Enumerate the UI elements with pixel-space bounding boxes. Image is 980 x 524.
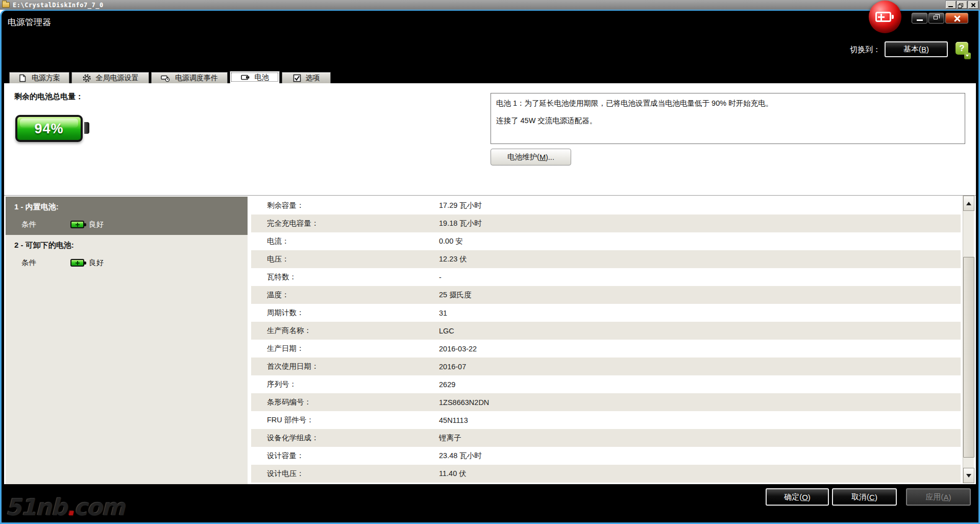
detail-label: 首次使用日期： [251, 362, 439, 371]
battery-good-icon [70, 221, 84, 228]
detail-value: 12.23 伏 [439, 254, 467, 264]
detail-value: 17.29 瓦小时 [439, 201, 482, 210]
explorer-window-title: E:\CrystalDiskInfo7_7_0 [13, 2, 945, 9]
table-row: 生产商名称：LGC [251, 322, 961, 340]
power-plan-icon [18, 74, 27, 82]
detail-label: 周期计数： [251, 308, 439, 318]
help-icon[interactable]: ? [955, 42, 968, 55]
battery-icon [241, 74, 250, 81]
help-dropdown-icon[interactable] [964, 53, 971, 59]
notice-line-1: 电池 1：为了延长电池使用期限，已将电池设置成当电池电量低于 90% 时开始充电… [496, 98, 960, 108]
battery-clock-icon [161, 74, 170, 82]
detail-value: 19.18 瓦小时 [439, 219, 482, 228]
detail-value: 0.00 安 [439, 236, 463, 246]
vertical-scrollbar[interactable] [963, 196, 974, 483]
app-close-button[interactable] [945, 13, 968, 23]
detail-value: 11.40 伏 [439, 469, 467, 479]
battery-details-table: 剩余容量：17.29 瓦小时完全充电容量：19.18 瓦小时电流：0.00 安电… [251, 197, 961, 483]
explorer-restore-button[interactable] [957, 1, 967, 9]
battery-list-panel: 1 - 内置电池: 条件 良好 2 - 可卸下的电池: 条件 良好 [6, 197, 248, 484]
restore-icon [934, 16, 938, 19]
tab-options[interactable]: 选项 [282, 72, 331, 83]
battery-gauge: 94% [15, 115, 83, 142]
condition-label: 条件 [21, 258, 70, 268]
tab-battery[interactable]: 电池 [230, 71, 280, 83]
tab-global-power-settings[interactable]: 全局电源设置 [71, 72, 149, 83]
app-minimize-button[interactable] [912, 13, 927, 23]
switch-to-basic-button[interactable]: 基本(B) [885, 41, 948, 57]
arrow-down-icon [966, 474, 971, 480]
table-row: 完全充电容量：19.18 瓦小时 [251, 215, 961, 232]
screen: E:\CrystalDiskInfo7_7_0 电源管理器 切换到： 基本(B)… [0, 0, 980, 524]
battery-percent: 94% [17, 117, 81, 140]
battery-list-item-1[interactable]: 1 - 内置电池: 条件 良好 [6, 197, 248, 235]
detail-value: 31 [439, 309, 447, 317]
table-row: 电流：0.00 安 [251, 232, 961, 250]
battery-tab-content: 剩余的电池总电量： 94% 电池 1：为了延长电池使用期限，已将电池设置成当电池… [4, 83, 976, 484]
battery-maintenance-button[interactable]: 电池维护(M)... [491, 149, 571, 165]
table-row: 周期计数：31 [251, 304, 961, 322]
detail-label: 温度： [251, 290, 439, 300]
scroll-down-button[interactable] [963, 468, 974, 483]
battery-plus-icon [875, 12, 891, 22]
condition-value: 良好 [89, 220, 104, 229]
ok-button[interactable]: 确定(O) [766, 488, 829, 506]
explorer-close-button[interactable] [968, 1, 978, 9]
minimize-icon [948, 6, 953, 7]
close-icon [969, 2, 978, 8]
detail-label: 设计容量： [251, 451, 439, 461]
table-row: 条形码编号：1ZS8663N2DN [251, 393, 961, 411]
detail-value: 锂离子 [439, 433, 461, 443]
table-row: 温度：25 摄氏度 [251, 286, 961, 304]
total-battery-power-label: 剩余的电池总电量： [14, 92, 83, 102]
detail-value: 25 摄氏度 [439, 290, 472, 300]
explorer-titlebar[interactable]: E:\CrystalDiskInfo7_7_0 [0, 0, 980, 10]
watermark: 51nb.com [6, 494, 124, 521]
detail-label: 序列号： [251, 379, 439, 389]
battery-list-item-2[interactable]: 2 - 可卸下的电池: 条件 良好 [6, 235, 248, 273]
detail-value: 2016-07 [439, 363, 466, 371]
minimize-icon [917, 19, 923, 21]
detail-value: 2629 [439, 380, 455, 389]
gear-icon [82, 74, 91, 83]
table-row: 序列号：2629 [251, 375, 961, 393]
power-manager-window: 电源管理器 切换到： 基本(B) ? 电源方案 [0, 10, 980, 524]
app-title: 电源管理器 [8, 16, 51, 28]
detail-value: - [439, 273, 442, 281]
explorer-minimize-button[interactable] [946, 1, 956, 9]
detail-label: 生产日期： [251, 344, 439, 353]
detail-label: 瓦特数： [251, 272, 439, 282]
cancel-button[interactable]: 取消(C) [832, 488, 897, 506]
condition-value: 良好 [89, 258, 104, 268]
switch-to-label: 切换到： [814, 45, 880, 55]
detail-label: FRU 部件号： [251, 415, 439, 425]
apply-button-disabled: 应用(A) [906, 488, 971, 506]
scroll-up-button[interactable] [963, 196, 974, 211]
detail-label: 生产商名称： [251, 326, 439, 336]
table-row: 剩余容量：17.29 瓦小时 [251, 197, 961, 215]
detail-label: 设备化学组成： [251, 433, 439, 443]
battery-good-icon [70, 259, 84, 267]
detail-label: 电压： [251, 254, 439, 264]
detail-label: 完全充电容量： [251, 219, 439, 228]
tab-power-plans[interactable]: 电源方案 [9, 72, 69, 83]
battery-detail-section: 1 - 内置电池: 条件 良好 2 - 可卸下的电池: 条件 良好 [4, 195, 976, 484]
detail-value: 23.48 瓦小时 [439, 451, 482, 461]
close-icon [946, 13, 968, 23]
detail-value: 1ZS8663N2DN [439, 398, 489, 407]
battery-notice-box: 电池 1：为了延长电池使用期限，已将电池设置成当电池电量低于 90% 时开始充电… [491, 93, 965, 144]
arrow-up-icon [966, 199, 971, 205]
tab-power-schedule-events[interactable]: 电源调度事件 [151, 72, 228, 83]
scrollbar-thumb[interactable] [963, 257, 974, 458]
table-row: 电压：12.23 伏 [251, 250, 961, 268]
folder-icon [2, 2, 10, 8]
detail-label: 设计电压： [251, 469, 439, 479]
app-restore-button[interactable] [928, 13, 944, 23]
checkbox-check-icon [293, 74, 301, 82]
window-controls [912, 13, 968, 23]
battery-item-title: 2 - 可卸下的电池: [14, 241, 74, 250]
restore-icon [958, 3, 964, 9]
detail-label: 剩余容量： [251, 201, 439, 210]
table-row: FRU 部件号：45N1113 [251, 411, 961, 429]
condition-label: 条件 [21, 220, 70, 229]
